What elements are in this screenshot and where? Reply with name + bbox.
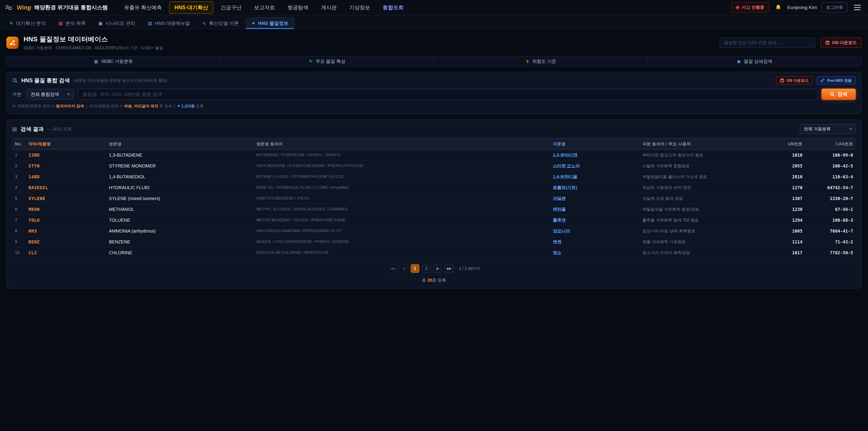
korean-synonym-cell: 염소가스·수처리·화학공업 xyxy=(640,247,764,258)
unified-search-input[interactable] xyxy=(78,89,817,100)
panel-db-download-button[interactable]: DB 다운로드 xyxy=(776,76,813,85)
english-synonym-cell: BENZOL / CYCLOHEXATRIENE / PHENYL HYDRID… xyxy=(254,237,550,247)
flask-icon: ✦ xyxy=(252,21,255,26)
section-tab[interactable]: ↯ 위험도 기준 xyxy=(434,57,648,66)
korean-name-link[interactable]: 1,4-부탄디올 xyxy=(553,174,578,179)
search-button[interactable]: 검색 xyxy=(822,89,856,100)
list-icon: ▤ xyxy=(59,21,63,26)
english-name-cell: 1,4-BUTANEDIOL xyxy=(106,171,254,182)
un-number-cell: 1010 xyxy=(764,150,805,160)
row-number: 7 xyxy=(12,215,26,225)
row-number: 8 xyxy=(12,225,26,237)
portmis-link-button[interactable]: Port-MIS 연동 xyxy=(816,76,856,85)
english-name-cell: HYDRAULIC FLUID xyxy=(106,182,254,193)
page-button-1[interactable]: 1 xyxy=(411,264,419,273)
next-page-button[interactable]: ▶ xyxy=(433,264,442,273)
col-english-synonym: 영문명 동의어 xyxy=(254,138,550,150)
topnav-item[interactable]: 통합조회 xyxy=(377,1,409,14)
module-tab[interactable]: ✦ HNS 물질정보 xyxy=(246,17,294,29)
topnav-item[interactable]: 유출유 확산예측 xyxy=(119,1,167,14)
table-row[interactable]: 4 BASEOIL HYDRAULIC FLUID BASE OIL / HYD… xyxy=(12,182,856,193)
search-dot-icon: ◉ xyxy=(737,59,741,64)
table-row[interactable]: 2 STYN STYRENE MONOMER VINYLBENZENE / ET… xyxy=(12,160,856,171)
prev-page-button[interactable]: ◀ xyxy=(399,264,408,273)
module-tab[interactable]: ✎ 대기확산 분석 xyxy=(4,17,52,29)
row-number: 2 xyxy=(12,160,26,171)
korean-name-link[interactable]: 벤젠 xyxy=(553,239,561,244)
table-row[interactable]: 10 CL2 CHLORINE MOLECULAR CHLORINE / BER… xyxy=(12,247,856,258)
results-count: — 20건 조회 xyxy=(47,126,72,132)
abbr-cell: BENZ xyxy=(26,237,106,247)
header-db-download-button[interactable]: DB 다운로드 xyxy=(820,37,862,48)
korean-name-link[interactable]: 윤활유(기유) xyxy=(553,185,577,190)
module-tab[interactable]: ▣ 시나리오 관리 xyxy=(92,17,141,29)
section-tab[interactable]: ◉ 물질 상세검색 xyxy=(648,57,862,66)
korean-synonym-cell: 스틸렌·석유화학 중합원료 xyxy=(640,160,764,171)
results-table-body: 1 13BD 1,3-BUTADIENE BUTADIENE / PYRROLE… xyxy=(12,150,856,258)
english-synonym-cell: DIMETHYLBENZENE / XYLOL xyxy=(254,193,550,204)
tab-label: 시나리오 관리 xyxy=(105,20,135,26)
col-abbr[interactable]: 약자/제품명 xyxy=(26,138,106,150)
module-tab[interactable]: ▥ HNS 대응매뉴얼 xyxy=(142,17,196,29)
english-synonym-cell: MOLECULAR CHLORINE / BERTHOLITE xyxy=(254,247,550,258)
korean-name-link[interactable]: 자일렌 xyxy=(553,196,566,201)
link-icon xyxy=(820,78,825,83)
hamburger-icon xyxy=(854,5,861,6)
table-row[interactable]: 9 BENZ BENZENE BENZOL / CYCLOHEXATRIENE … xyxy=(12,237,856,247)
row-number: 5 xyxy=(12,193,26,204)
table-row[interactable]: 6 MEOH METHANOL METHYL ALCOHOL / WOOD AL… xyxy=(12,204,856,215)
results-title: 검색 결과 xyxy=(21,125,44,133)
col-cas-number: CAS번호 xyxy=(805,138,856,150)
table-row[interactable]: 1 13BD 1,3-BUTADIENE BUTADIENE / PYRROLE… xyxy=(12,150,856,160)
header-quick-search-input[interactable] xyxy=(719,37,815,48)
korean-synonym-cell: 부타디엔·합성고무·합성수지 원료 xyxy=(640,150,764,160)
un-number-cell: 1270 xyxy=(764,182,805,193)
col-korean-name[interactable]: 국문명 xyxy=(550,138,640,150)
english-synonym-cell: BUTANE-1,4-DIOL / TETRAMETHYLENE GLYCOL xyxy=(254,171,550,182)
korean-name-link[interactable]: 암모니아 xyxy=(553,228,570,233)
korean-name-link[interactable]: 스티렌 모노머 xyxy=(553,163,580,168)
table-row[interactable]: 7 TOLU TOLUENE METHYLBENZENE / TOLUOL / … xyxy=(12,215,856,225)
module-tab[interactable]: ∿ 확산모델 이론 xyxy=(197,17,245,29)
search-help-text: ※ 국문명/영문명 검색 시 동의어까지 검색 | 약자/제품명 검색 시 부분… xyxy=(12,103,856,109)
topnav-item[interactable]: 기상정보 xyxy=(344,1,375,14)
un-number-cell: 2055 xyxy=(764,160,805,171)
search-type-select[interactable]: 전체 통합검색 ▾ xyxy=(27,89,74,100)
topnav-item[interactable]: 항공탐색 xyxy=(282,1,314,14)
topnav-item[interactable]: 게시판 xyxy=(315,1,342,14)
logout-button[interactable]: 로그아웃 xyxy=(822,2,848,13)
korean-name-link[interactable]: 메탄올 xyxy=(553,207,566,212)
korean-synonym-cell: 벤졸·석유화학 기초원료 xyxy=(640,237,764,247)
app-title: 해양환경 위기대응 통합시스템 xyxy=(34,4,107,11)
notifications-button[interactable] xyxy=(774,3,783,12)
korean-name-link[interactable]: 톨루엔 xyxy=(553,218,566,222)
col-english-name[interactable]: 영문명 xyxy=(106,138,254,150)
english-synonym-cell: METHYL ALCOHOL / WOOD ALCOHOL / CARBINOL xyxy=(254,204,550,215)
first-page-icon: ◀◀ xyxy=(390,267,395,271)
last-page-button[interactable]: ▶▶ xyxy=(445,264,454,273)
table-row[interactable]: 5 XYLENE XYLENE (mixed isomers) DIMETHYL… xyxy=(12,193,856,204)
topnav-item[interactable]: 보고자료 xyxy=(249,1,280,14)
table-row[interactable]: 3 14BD 1,4-BUTANEDIOL BUTANE-1,4-DIOL / … xyxy=(12,171,856,182)
total-count-line: 총 20종 등록 xyxy=(12,277,856,283)
col-un-number: UN번호 xyxy=(764,138,805,150)
section-tab-label: 위험도 기준 xyxy=(532,58,556,64)
prev-page-icon: ◀ xyxy=(403,267,405,271)
tab-label: 확산모델 이론 xyxy=(209,20,239,26)
topnav-item[interactable]: 긴급구난 xyxy=(215,1,247,14)
behavior-filter-select[interactable]: 전체 거동분류 ▾ xyxy=(800,124,856,134)
page-button-2[interactable]: 2 xyxy=(422,264,431,273)
un-number-cell: 2810 xyxy=(764,171,805,182)
abbr-cell: MEOH xyxy=(26,204,106,215)
korean-name-link[interactable]: 염소 xyxy=(553,250,561,255)
module-tab[interactable]: ▤ 분석 목록 xyxy=(53,17,92,29)
first-page-button[interactable]: ◀◀ xyxy=(388,264,397,273)
section-tab[interactable]: ✎ 주요 물질 특성 xyxy=(220,57,434,66)
section-tab[interactable]: ▦ SEBC 거동분류 xyxy=(7,57,220,66)
topnav-item[interactable]: HNS·대기확산 xyxy=(169,1,213,14)
abbr-cell: CL2 xyxy=(26,247,106,258)
un-number-cell: 1114 xyxy=(764,237,805,247)
korean-name-link[interactable]: 1,3-부타디엔 xyxy=(553,153,578,157)
hamburger-menu-button[interactable] xyxy=(852,3,863,12)
table-row[interactable]: 8 NH3 AMMONIA (anhydrous) ANHYDROUS AMMO… xyxy=(12,225,856,237)
